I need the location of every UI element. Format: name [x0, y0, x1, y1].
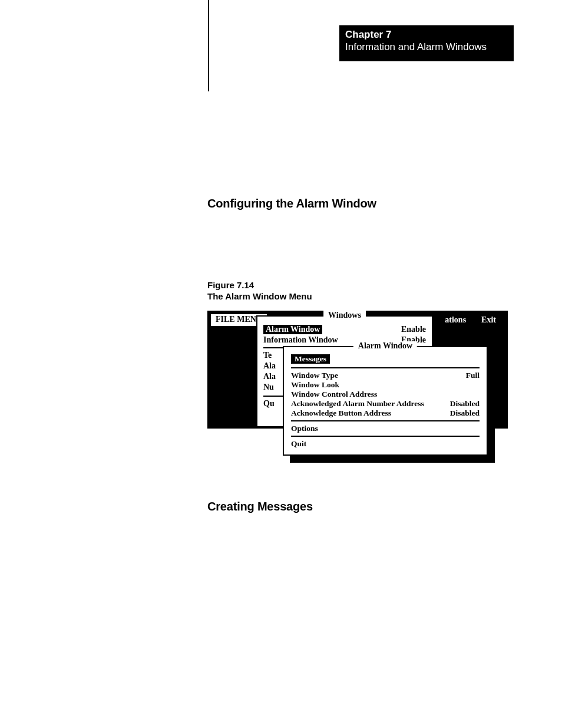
divider [291, 436, 480, 437]
figure-caption: Figure 7.14 The Alarm Window Menu [207, 280, 312, 302]
label-ack-alarm-num-addr: Acknowledged Alarm Number Address [291, 399, 424, 409]
menu-item-window-type[interactable]: Window Type Full [291, 371, 480, 380]
figure-title: The Alarm Window Menu [207, 291, 312, 301]
menu-item-alarm-window[interactable]: Alarm Window Enable [263, 325, 426, 334]
menu-item-window-control-address[interactable]: Window Control Address [291, 390, 480, 399]
label-ack-button-addr: Acknowledge Button Address [291, 409, 391, 418]
label-window-control-address: Window Control Address [291, 390, 377, 399]
chapter-number: Chapter 7 [345, 29, 508, 41]
menu-item-quit[interactable]: Quit [291, 439, 480, 449]
section-heading-creating-messages: Creating Messages [207, 500, 313, 513]
value-ack-alarm-num-addr: Disabled [450, 399, 480, 409]
windows-panel-title: Windows [323, 311, 366, 320]
alarm-window-panel: Alarm Window Messages Window Type Full W… [283, 346, 488, 456]
menubar-item-ations[interactable]: ations [445, 315, 466, 325]
value-alarm-window: Enable [401, 325, 426, 334]
menu-item-options[interactable]: Options [291, 424, 480, 433]
label-messages: Messages [291, 354, 330, 364]
label-quit: Quit [291, 439, 306, 449]
figure-number: Figure 7.14 [207, 280, 254, 290]
menubar-right-group: ations Exit [440, 314, 501, 326]
divider [291, 367, 480, 368]
menu-item-ack-alarm-number-address[interactable]: Acknowledged Alarm Number Address Disabl… [291, 399, 480, 409]
chapter-title: Information and Alarm Windows [345, 41, 508, 54]
alarm-panel-title: Alarm Window [353, 341, 417, 351]
divider [291, 420, 480, 421]
label-window-type: Window Type [291, 371, 338, 380]
value-ack-button-addr: Disabled [450, 409, 480, 418]
label-options: Options [291, 424, 318, 433]
label-alarm-window: Alarm Window [263, 325, 322, 334]
menu-item-ack-button-address[interactable]: Acknowledge Button Address Disabled [291, 409, 480, 418]
chapter-header: Chapter 7 Information and Alarm Windows [339, 25, 514, 61]
figure-illustration: FILE MENU ations Exit Windows Alarm Wind… [207, 311, 508, 464]
menu-item-messages[interactable]: Messages [291, 354, 480, 364]
vertical-rule [208, 0, 209, 91]
menubar-item-exit[interactable]: Exit [481, 315, 496, 325]
section-heading-configuring: Configuring the Alarm Window [207, 197, 376, 210]
menu-item-window-look[interactable]: Window Look [291, 380, 480, 390]
value-window-type: Full [466, 371, 480, 380]
label-window-look: Window Look [291, 380, 339, 390]
label-information-window: Information Window [263, 335, 338, 345]
